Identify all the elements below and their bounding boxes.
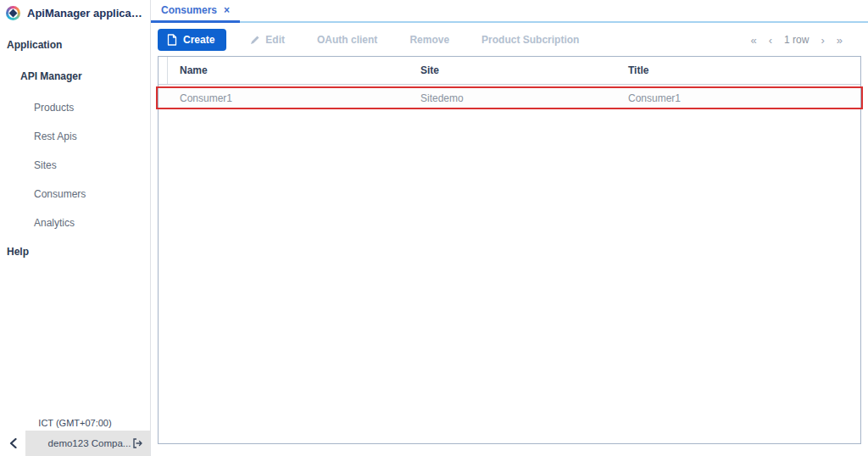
pagination: « ‹ 1 row › » (751, 34, 862, 47)
edit-button[interactable]: Edit (242, 29, 293, 51)
create-button[interactable]: Create (158, 29, 226, 51)
pagination-first-icon[interactable]: « (751, 34, 757, 47)
product-subscription-button-label: Product Subcription (481, 34, 579, 46)
tab-consumers[interactable]: Consumers × (151, 0, 240, 23)
oauth-client-button[interactable]: OAuth client (309, 29, 386, 51)
pagination-last-icon[interactable]: » (837, 34, 843, 47)
sidebar-item-rest-apis[interactable]: Rest Apis (0, 125, 150, 147)
main-content: Consumers × Create Edit OAuth client (151, 0, 868, 456)
cell-name: Consumer1 (168, 92, 409, 104)
table-row[interactable]: Consumer1 Sitedemo Consumer1 (159, 87, 860, 109)
sidebar-item-api-manager[interactable]: API Manager (0, 65, 150, 87)
account-label: demo123 Compa... (47, 438, 131, 448)
product-subscription-button[interactable]: Product Subcription (473, 29, 587, 51)
app-window: ApiManager applicati... Application API … (0, 0, 868, 456)
table-header-row: Name Site Title (159, 57, 860, 85)
column-header-site[interactable]: Site (409, 64, 616, 76)
sidebar-item-analytics[interactable]: Analytics (0, 212, 150, 234)
sidebar-item-sites[interactable]: Sites (0, 154, 150, 176)
consumers-table: Name Site Title Consumer1 Sitedemo Consu… (158, 56, 861, 444)
column-header-name[interactable]: Name (168, 64, 409, 76)
sidebar: ApiManager applicati... Application API … (0, 0, 151, 456)
sidebar-footer: demo123 Compa... (0, 431, 150, 456)
remove-button-label: Remove (409, 34, 449, 46)
select-column-header[interactable] (159, 57, 168, 84)
tab-label: Consumers (161, 4, 217, 16)
pagination-status: 1 row (784, 34, 809, 46)
row-select-cell[interactable] (159, 87, 168, 108)
sidebar-item-products[interactable]: Products (0, 97, 150, 119)
column-header-title[interactable]: Title (616, 64, 860, 76)
tab-close-icon[interactable]: × (224, 5, 230, 15)
cell-title: Consumer1 (616, 92, 860, 104)
chevron-left-icon (9, 438, 17, 448)
sidebar-item-consumers[interactable]: Consumers (0, 183, 150, 205)
sidebar-item-application[interactable]: Application (0, 34, 150, 56)
sidebar-collapse-button[interactable] (0, 431, 25, 456)
logout-icon[interactable] (131, 437, 143, 449)
sidebar-nav: Application API Manager Products Rest Ap… (0, 34, 150, 263)
cell-site: Sitedemo (409, 92, 616, 104)
pencil-icon (250, 35, 260, 45)
pagination-next-icon[interactable]: › (821, 34, 824, 47)
create-button-label: Create (183, 34, 214, 46)
remove-button[interactable]: Remove (401, 29, 458, 51)
sidebar-header: ApiManager applicati... (0, 0, 150, 25)
document-icon (167, 34, 177, 46)
pagination-prev-icon[interactable]: ‹ (769, 34, 772, 47)
sidebar-item-help[interactable]: Help (0, 241, 150, 263)
edit-button-label: Edit (265, 34, 285, 46)
toolbar: Create Edit OAuth client Remove Product … (151, 23, 868, 51)
timezone-label: ICT (GMT+07:00) (0, 418, 150, 428)
oauth-client-button-label: OAuth client (317, 34, 377, 46)
tab-strip: Consumers × (151, 0, 868, 23)
app-logo-icon (6, 6, 20, 20)
app-title: ApiManager applicati... (27, 7, 143, 19)
account-switcher[interactable]: demo123 Compa... (25, 431, 150, 456)
